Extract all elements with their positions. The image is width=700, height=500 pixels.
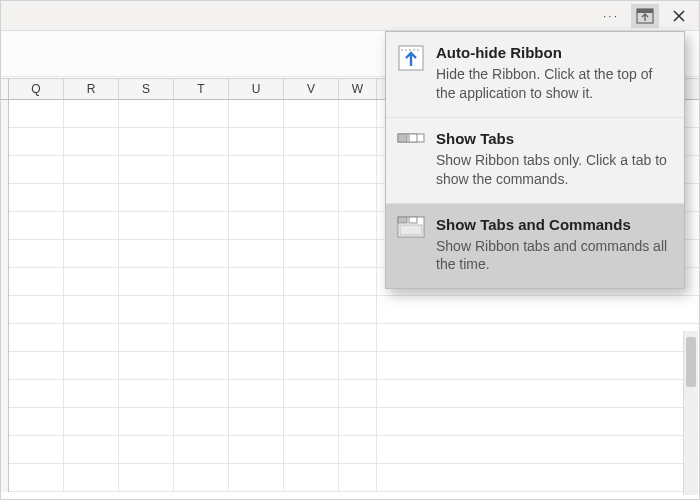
- cell[interactable]: [64, 212, 119, 240]
- row-header-gutter[interactable]: [1, 380, 9, 408]
- cell[interactable]: [229, 184, 284, 212]
- cell[interactable]: [174, 352, 229, 380]
- cell[interactable]: [9, 324, 64, 352]
- cell[interactable]: [339, 268, 377, 296]
- row-header-gutter[interactable]: [1, 464, 9, 492]
- cell[interactable]: [229, 324, 284, 352]
- cell[interactable]: [64, 352, 119, 380]
- cell[interactable]: [64, 464, 119, 492]
- cell[interactable]: [339, 240, 377, 268]
- cell[interactable]: [9, 352, 64, 380]
- cell[interactable]: [229, 212, 284, 240]
- cell[interactable]: [284, 156, 339, 184]
- cell[interactable]: [339, 408, 377, 436]
- menu-item-auto-hide[interactable]: Auto-hide RibbonHide the Ribbon. Click a…: [386, 32, 684, 118]
- cell[interactable]: [174, 464, 229, 492]
- menu-item-show-tabs[interactable]: Show TabsShow Ribbon tabs only. Click a …: [386, 118, 684, 204]
- cell[interactable]: [339, 100, 377, 128]
- cell[interactable]: [64, 240, 119, 268]
- cell[interactable]: [229, 128, 284, 156]
- cell[interactable]: [339, 380, 377, 408]
- cell[interactable]: [284, 380, 339, 408]
- cell[interactable]: [64, 156, 119, 184]
- more-options-button[interactable]: ···: [597, 4, 625, 28]
- cell[interactable]: [229, 100, 284, 128]
- cell[interactable]: [284, 436, 339, 464]
- cell[interactable]: [64, 184, 119, 212]
- cell[interactable]: [339, 184, 377, 212]
- cell[interactable]: [284, 100, 339, 128]
- cell[interactable]: [174, 100, 229, 128]
- cell[interactable]: [174, 380, 229, 408]
- cell[interactable]: [64, 380, 119, 408]
- cell[interactable]: [9, 100, 64, 128]
- cell[interactable]: [9, 296, 64, 324]
- row-header-gutter[interactable]: [1, 184, 9, 212]
- cell[interactable]: [284, 296, 339, 324]
- cell[interactable]: [9, 464, 64, 492]
- cell[interactable]: [174, 436, 229, 464]
- close-button[interactable]: [665, 4, 693, 28]
- cell[interactable]: [9, 436, 64, 464]
- row-header-gutter[interactable]: [1, 212, 9, 240]
- cell[interactable]: [9, 184, 64, 212]
- row-header-gutter[interactable]: [1, 352, 9, 380]
- cell[interactable]: [174, 296, 229, 324]
- cell[interactable]: [119, 100, 174, 128]
- row-header-gutter[interactable]: [1, 240, 9, 268]
- cell[interactable]: [119, 156, 174, 184]
- cell[interactable]: [174, 128, 229, 156]
- cell[interactable]: [339, 128, 377, 156]
- cell[interactable]: [229, 352, 284, 380]
- row-header-gutter[interactable]: [1, 268, 9, 296]
- scrollbar-thumb[interactable]: [686, 337, 696, 387]
- cell[interactable]: [64, 100, 119, 128]
- column-header[interactable]: V: [284, 79, 339, 99]
- cell[interactable]: [174, 408, 229, 436]
- cell[interactable]: [229, 240, 284, 268]
- cell[interactable]: [284, 184, 339, 212]
- corner-gutter[interactable]: [1, 79, 9, 99]
- cell[interactable]: [119, 324, 174, 352]
- cell[interactable]: [229, 380, 284, 408]
- row-header-gutter[interactable]: [1, 128, 9, 156]
- vertical-scrollbar[interactable]: [683, 331, 698, 495]
- cell[interactable]: [284, 268, 339, 296]
- cell[interactable]: [119, 352, 174, 380]
- cell[interactable]: [119, 296, 174, 324]
- cell[interactable]: [229, 436, 284, 464]
- cell[interactable]: [64, 324, 119, 352]
- cell[interactable]: [339, 296, 377, 324]
- cell[interactable]: [64, 436, 119, 464]
- row-header-gutter[interactable]: [1, 324, 9, 352]
- cell[interactable]: [9, 156, 64, 184]
- cell[interactable]: [119, 464, 174, 492]
- cell[interactable]: [9, 380, 64, 408]
- cell[interactable]: [119, 380, 174, 408]
- cell[interactable]: [119, 268, 174, 296]
- cell[interactable]: [119, 184, 174, 212]
- cell[interactable]: [119, 212, 174, 240]
- column-header[interactable]: Q: [9, 79, 64, 99]
- cell[interactable]: [229, 464, 284, 492]
- cell[interactable]: [174, 212, 229, 240]
- column-header[interactable]: T: [174, 79, 229, 99]
- cell[interactable]: [229, 296, 284, 324]
- cell[interactable]: [284, 464, 339, 492]
- cell[interactable]: [9, 408, 64, 436]
- cell[interactable]: [9, 240, 64, 268]
- cell[interactable]: [119, 436, 174, 464]
- column-header[interactable]: R: [64, 79, 119, 99]
- row-header-gutter[interactable]: [1, 408, 9, 436]
- cell[interactable]: [64, 408, 119, 436]
- cell[interactable]: [119, 240, 174, 268]
- cell[interactable]: [339, 352, 377, 380]
- cell[interactable]: [9, 128, 64, 156]
- row-header-gutter[interactable]: [1, 296, 9, 324]
- cell[interactable]: [284, 408, 339, 436]
- cell[interactable]: [64, 128, 119, 156]
- cell[interactable]: [9, 268, 64, 296]
- cell[interactable]: [119, 128, 174, 156]
- cell[interactable]: [339, 156, 377, 184]
- cell[interactable]: [339, 436, 377, 464]
